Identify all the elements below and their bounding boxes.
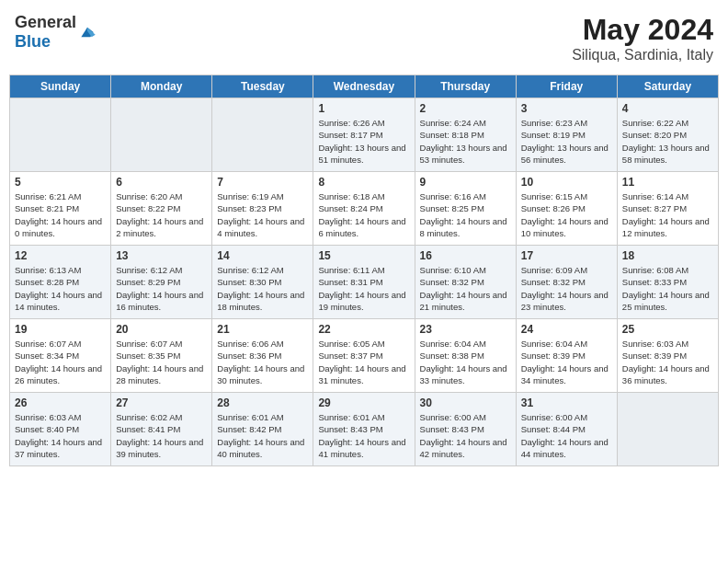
calendar-cell: 6Sunrise: 6:20 AMSunset: 8:22 PMDaylight…: [111, 172, 212, 246]
day-number: 9: [420, 176, 511, 189]
day-info: Sunrise: 6:01 AMSunset: 8:42 PMDaylight:…: [217, 411, 308, 460]
day-info: Sunrise: 6:08 AMSunset: 8:33 PMDaylight:…: [622, 264, 713, 313]
day-info: Sunrise: 6:12 AMSunset: 8:29 PMDaylight:…: [116, 264, 207, 313]
calendar-cell: 21Sunrise: 6:06 AMSunset: 8:36 PMDayligh…: [212, 319, 313, 393]
calendar-cell: 7Sunrise: 6:19 AMSunset: 8:23 PMDaylight…: [212, 172, 313, 246]
day-info: Sunrise: 6:15 AMSunset: 8:26 PMDaylight:…: [521, 190, 612, 239]
calendar-cell: 25Sunrise: 6:03 AMSunset: 8:39 PMDayligh…: [617, 319, 718, 393]
day-number: 21: [217, 323, 308, 336]
day-info: Sunrise: 6:13 AMSunset: 8:28 PMDaylight:…: [15, 264, 106, 313]
day-info: Sunrise: 6:03 AMSunset: 8:39 PMDaylight:…: [622, 338, 713, 386]
weekday-header-saturday: Saturday: [617, 75, 718, 98]
day-info: Sunrise: 6:00 AMSunset: 8:43 PMDaylight:…: [420, 411, 511, 460]
weekday-header-tuesday: Tuesday: [212, 75, 313, 98]
day-info: Sunrise: 6:07 AMSunset: 8:35 PMDaylight:…: [116, 338, 207, 386]
day-number: 1: [318, 102, 409, 115]
day-info: Sunrise: 6:03 AMSunset: 8:40 PMDaylight:…: [15, 411, 106, 460]
calendar-cell: 9Sunrise: 6:16 AMSunset: 8:25 PMDaylight…: [415, 172, 516, 246]
logo-icon: [78, 23, 97, 41]
calendar-cell: 19Sunrise: 6:07 AMSunset: 8:34 PMDayligh…: [10, 319, 111, 393]
logo-general: General: [15, 13, 76, 31]
month-title: May 2024: [572, 13, 713, 47]
day-number: 5: [15, 176, 106, 189]
calendar-cell: 10Sunrise: 6:15 AMSunset: 8:26 PMDayligh…: [516, 172, 617, 246]
calendar-cell: 17Sunrise: 6:09 AMSunset: 8:32 PMDayligh…: [516, 246, 617, 319]
calendar-cell: 26Sunrise: 6:03 AMSunset: 8:40 PMDayligh…: [10, 393, 111, 466]
day-info: Sunrise: 6:24 AMSunset: 8:18 PMDaylight:…: [420, 117, 511, 166]
calendar-cell: 31Sunrise: 6:00 AMSunset: 8:44 PMDayligh…: [516, 393, 617, 466]
day-number: 4: [622, 102, 713, 115]
location-subtitle: Siliqua, Sardinia, Italy: [572, 47, 713, 63]
logo: General Blue: [15, 13, 97, 52]
day-info: Sunrise: 6:04 AMSunset: 8:39 PMDaylight:…: [521, 338, 612, 386]
day-info: Sunrise: 6:14 AMSunset: 8:27 PMDaylight:…: [622, 190, 713, 239]
day-number: 13: [116, 249, 207, 262]
calendar-cell: 8Sunrise: 6:18 AMSunset: 8:24 PMDaylight…: [313, 172, 415, 246]
day-number: 16: [420, 249, 511, 262]
day-number: 19: [15, 323, 106, 336]
calendar-cell: 30Sunrise: 6:00 AMSunset: 8:43 PMDayligh…: [415, 393, 516, 466]
calendar-cell: 15Sunrise: 6:11 AMSunset: 8:31 PMDayligh…: [313, 246, 415, 319]
calendar-cell: 18Sunrise: 6:08 AMSunset: 8:33 PMDayligh…: [617, 246, 718, 319]
calendar-cell: [111, 98, 212, 172]
weekday-header-row: SundayMondayTuesdayWednesdayThursdayFrid…: [10, 75, 719, 98]
day-number: 7: [217, 176, 308, 189]
calendar-cell: 20Sunrise: 6:07 AMSunset: 8:35 PMDayligh…: [111, 319, 212, 393]
day-info: Sunrise: 6:12 AMSunset: 8:30 PMDaylight:…: [217, 264, 308, 313]
day-info: Sunrise: 6:07 AMSunset: 8:34 PMDaylight:…: [15, 338, 106, 386]
calendar-cell: 16Sunrise: 6:10 AMSunset: 8:32 PMDayligh…: [415, 246, 516, 319]
logo-text: General Blue: [15, 13, 76, 52]
calendar-cell: 11Sunrise: 6:14 AMSunset: 8:27 PMDayligh…: [617, 172, 718, 246]
day-number: 6: [116, 176, 207, 189]
day-info: Sunrise: 6:10 AMSunset: 8:32 PMDaylight:…: [420, 264, 511, 313]
calendar-cell: 28Sunrise: 6:01 AMSunset: 8:42 PMDayligh…: [212, 393, 313, 466]
calendar-cell: 5Sunrise: 6:21 AMSunset: 8:21 PMDaylight…: [10, 172, 111, 246]
day-number: 31: [521, 396, 612, 409]
calendar-row: 5Sunrise: 6:21 AMSunset: 8:21 PMDaylight…: [10, 172, 719, 246]
day-number: 30: [420, 396, 511, 409]
day-number: 10: [521, 176, 612, 189]
calendar-cell: 24Sunrise: 6:04 AMSunset: 8:39 PMDayligh…: [516, 319, 617, 393]
weekday-header-sunday: Sunday: [10, 75, 111, 98]
calendar-cell: [212, 98, 313, 172]
day-info: Sunrise: 6:01 AMSunset: 8:43 PMDaylight:…: [318, 411, 409, 460]
day-number: 25: [622, 323, 713, 336]
day-number: 12: [15, 249, 106, 262]
calendar-cell: 29Sunrise: 6:01 AMSunset: 8:43 PMDayligh…: [313, 393, 415, 466]
day-number: 22: [318, 323, 409, 336]
calendar-header: SundayMondayTuesdayWednesdayThursdayFrid…: [10, 75, 719, 98]
calendar-cell: 12Sunrise: 6:13 AMSunset: 8:28 PMDayligh…: [10, 246, 111, 319]
calendar-cell: [10, 98, 111, 172]
day-info: Sunrise: 6:18 AMSunset: 8:24 PMDaylight:…: [318, 190, 409, 239]
calendar-cell: 22Sunrise: 6:05 AMSunset: 8:37 PMDayligh…: [313, 319, 415, 393]
calendar-cell: 2Sunrise: 6:24 AMSunset: 8:18 PMDaylight…: [415, 98, 516, 172]
calendar-row: 19Sunrise: 6:07 AMSunset: 8:34 PMDayligh…: [10, 319, 719, 393]
calendar-row: 26Sunrise: 6:03 AMSunset: 8:40 PMDayligh…: [10, 393, 719, 466]
calendar-cell: 1Sunrise: 6:26 AMSunset: 8:17 PMDaylight…: [313, 98, 415, 172]
day-number: 23: [420, 323, 511, 336]
day-info: Sunrise: 6:11 AMSunset: 8:31 PMDaylight:…: [318, 264, 409, 313]
day-info: Sunrise: 6:26 AMSunset: 8:17 PMDaylight:…: [318, 117, 409, 166]
calendar-cell: 3Sunrise: 6:23 AMSunset: 8:19 PMDaylight…: [516, 98, 617, 172]
weekday-header-thursday: Thursday: [415, 75, 516, 98]
calendar-cell: 4Sunrise: 6:22 AMSunset: 8:20 PMDaylight…: [617, 98, 718, 172]
day-number: 17: [521, 249, 612, 262]
calendar-cell: 13Sunrise: 6:12 AMSunset: 8:29 PMDayligh…: [111, 246, 212, 319]
calendar-cell: [617, 393, 718, 466]
calendar-cell: 14Sunrise: 6:12 AMSunset: 8:30 PMDayligh…: [212, 246, 313, 319]
day-number: 3: [521, 102, 612, 115]
day-number: 8: [318, 176, 409, 189]
day-info: Sunrise: 6:06 AMSunset: 8:36 PMDaylight:…: [217, 338, 308, 386]
calendar-row: 12Sunrise: 6:13 AMSunset: 8:28 PMDayligh…: [10, 246, 719, 319]
day-number: 24: [521, 323, 612, 336]
day-number: 15: [318, 249, 409, 262]
page-header: General Blue May 2024 Siliqua, Sardinia,…: [9, 9, 719, 67]
day-number: 14: [217, 249, 308, 262]
day-info: Sunrise: 6:09 AMSunset: 8:32 PMDaylight:…: [521, 264, 612, 313]
day-number: 18: [622, 249, 713, 262]
day-info: Sunrise: 6:05 AMSunset: 8:37 PMDaylight:…: [318, 338, 409, 386]
day-number: 11: [622, 176, 713, 189]
day-info: Sunrise: 6:00 AMSunset: 8:44 PMDaylight:…: [521, 411, 612, 460]
day-number: 27: [116, 396, 207, 409]
logo-blue: Blue: [15, 32, 51, 51]
